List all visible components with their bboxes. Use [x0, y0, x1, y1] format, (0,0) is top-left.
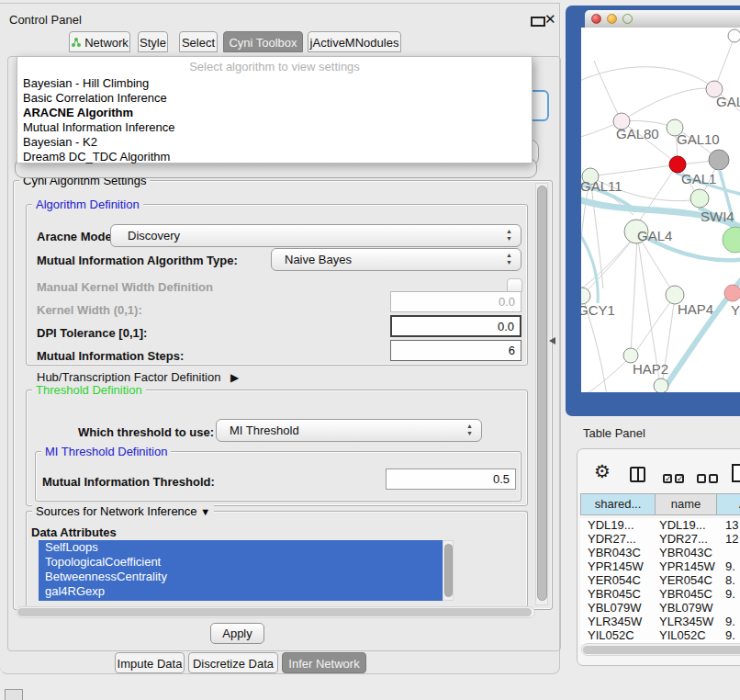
- cell-shared[interactable]: YBR045C: [588, 587, 654, 601]
- table-hscrollbar[interactable]: [581, 643, 740, 656]
- tab-impute-data[interactable]: Impute Data: [115, 652, 185, 673]
- cell-shared[interactable]: YLR345W: [588, 615, 654, 628]
- bottom-tab-bar: Impute Data Discretize Data Infer Networ…: [0, 652, 560, 673]
- network-node-swi4[interactable]: [690, 189, 709, 208]
- cell-name[interactable]: YDL19...: [659, 518, 716, 532]
- cell-name[interactable]: YIL052C: [659, 628, 716, 642]
- mi-steps-field[interactable]: 6: [390, 340, 521, 361]
- cell-value[interactable]: 8.: [725, 573, 740, 587]
- table-panel: ⚙ ✓✓ shared... name A YDL19...YDL19...13…: [577, 448, 740, 666]
- export-table-icon[interactable]: [732, 464, 740, 482]
- column-header-name[interactable]: name: [656, 493, 717, 515]
- kernel-width-field[interactable]: 0.0: [390, 291, 521, 312]
- sources-title-row[interactable]: Sources for Network Inference ▼: [32, 504, 214, 518]
- dropdown-option[interactable]: Dream8 DC_TDC Algorithm: [23, 150, 170, 164]
- column-header-shared-name[interactable]: shared...: [580, 493, 656, 515]
- attribute-item-selected[interactable]: gal4RGexp: [39, 584, 443, 599]
- data-attributes-label: Data Attributes: [31, 525, 117, 539]
- cell-name[interactable]: YLR345W: [659, 615, 716, 628]
- attributes-scrollbar[interactable]: [443, 540, 454, 601]
- tab-network[interactable]: Network: [69, 31, 130, 52]
- cell-name[interactable]: YPR145W: [659, 559, 716, 573]
- cell-value[interactable]: 9.: [725, 628, 740, 642]
- settings-hscrollbar-thumb[interactable]: [17, 608, 532, 616]
- cell-value[interactable]: 9.: [725, 559, 740, 573]
- cell-shared[interactable]: YDL19...: [588, 518, 654, 532]
- network-node-green-large[interactable]: [723, 227, 740, 253]
- window-minimize-icon[interactable]: [607, 14, 617, 24]
- select-all-rows-icon[interactable]: ✓✓: [663, 469, 687, 486]
- cell-shared[interactable]: YIL052C: [588, 628, 654, 642]
- cell-shared[interactable]: YER054C: [588, 573, 654, 587]
- network-node-gray[interactable]: [709, 150, 729, 170]
- cell-value[interactable]: 12: [725, 532, 740, 546]
- cell-shared[interactable]: YPR145W: [588, 559, 654, 573]
- attribute-item-selected[interactable]: TopologicalCoefficient: [39, 555, 443, 570]
- table-hscrollbar-thumb[interactable]: [583, 646, 740, 654]
- network-teal-edges: [581, 171, 740, 392]
- column-header-clipped[interactable]: A: [717, 493, 740, 515]
- settings-scrollbar-thumb[interactable]: [537, 186, 547, 601]
- tab-style[interactable]: Style: [138, 31, 168, 52]
- cell-shared[interactable]: YBR043C: [588, 546, 654, 559]
- table-body[interactable]: YDL19...YDL19...13 YDR27...YDR27...12 YB…: [580, 518, 740, 644]
- float-panel-icon[interactable]: [531, 17, 545, 27]
- network-window-titlebar[interactable]: [585, 10, 740, 28]
- mi-type-combo[interactable]: Naive Bayes ▲▼: [271, 248, 521, 271]
- settings-hscrollbar[interactable]: [16, 606, 535, 618]
- tab-select[interactable]: Select: [179, 31, 218, 52]
- gear-icon[interactable]: ⚙: [594, 462, 611, 480]
- network-canvas[interactable]: GAL7 GAL80 GAL10 GAL1 GAL11 SWI4 GAL4 GC…: [581, 28, 740, 392]
- cell-name[interactable]: YER054C: [659, 573, 716, 587]
- collapse-down-icon[interactable]: ▼: [200, 506, 210, 517]
- aracne-mode-combo[interactable]: Discovery ▲▼: [110, 224, 521, 247]
- mi-threshold-group-title: MI Threshold Definition: [41, 445, 171, 458]
- dropdown-option[interactable]: Bayesian - Hill Climbing: [23, 76, 149, 91]
- dropdown-option[interactable]: Bayesian - K2: [23, 135, 97, 150]
- apply-button[interactable]: Apply: [210, 623, 264, 644]
- cell-value[interactable]: 9.: [725, 615, 740, 628]
- attribute-item-selected[interactable]: SelfLoops: [39, 540, 443, 555]
- screen: Control Panel ✕ Network Style Select Cyn…: [0, 0, 740, 700]
- tab-bar: Network Style Select Cyni Toolbox jActiv…: [0, 31, 560, 52]
- close-panel-icon[interactable]: ✕: [544, 11, 556, 28]
- settings-scrollbar[interactable]: [535, 183, 548, 605]
- which-threshold-combo[interactable]: MI Threshold ▲▼: [216, 419, 482, 442]
- dropdown-option[interactable]: Mutual Information Inference: [23, 120, 174, 135]
- mi-threshold-field[interactable]: 0.5: [386, 469, 516, 490]
- threshold-definition-title: Threshold Definition: [32, 383, 146, 397]
- network-node-pink[interactable]: [724, 285, 740, 301]
- tab-discretize-data[interactable]: Discretize Data: [188, 652, 278, 673]
- window-zoom-icon[interactable]: [622, 14, 633, 24]
- combo-arrows-icon: ▲▼: [506, 252, 512, 266]
- cell-shared[interactable]: YBL079W: [588, 601, 654, 615]
- dropdown-option-aracne[interactable]: ARACNE Algorithm: [23, 106, 133, 120]
- attributes-scrollbar-thumb[interactable]: [444, 544, 453, 597]
- tab-impute-data-label: Impute Data: [118, 657, 183, 671]
- hub-definition-expander[interactable]: Hub/Transcription Factor Definition ▶: [37, 370, 239, 384]
- expand-right-icon[interactable]: ▶: [230, 371, 239, 384]
- cell-name[interactable]: YDR27...: [659, 532, 716, 546]
- cell-value[interactable]: 9.: [725, 587, 740, 601]
- data-attributes-list[interactable]: SelfLoops TopologicalCoefficient Between…: [39, 540, 443, 601]
- cell-value[interactable]: [725, 601, 740, 615]
- attribute-item-selected[interactable]: BetweennessCentrality: [39, 570, 443, 584]
- cell-shared[interactable]: YDR27...: [588, 532, 654, 546]
- cell-value[interactable]: [725, 546, 740, 559]
- cell-name[interactable]: YBR043C: [659, 546, 716, 559]
- dropdown-option[interactable]: Basic Correlation Inference: [23, 91, 167, 106]
- cell-name[interactable]: YBL079W: [659, 601, 716, 615]
- window-close-icon[interactable]: [591, 14, 601, 24]
- cell-name[interactable]: YBR045C: [659, 587, 716, 601]
- network-node[interactable]: [728, 29, 740, 42]
- node-label: GAL1: [681, 171, 716, 186]
- tab-cyni-toolbox[interactable]: Cyni Toolbox: [223, 31, 303, 52]
- network-node[interactable]: [654, 378, 668, 392]
- cell-value[interactable]: 13: [725, 518, 740, 532]
- collapsed-panel-icon[interactable]: [5, 689, 23, 700]
- deselect-all-rows-icon[interactable]: [697, 469, 721, 486]
- split-columns-icon[interactable]: [630, 467, 645, 482]
- tab-jactivemnodules[interactable]: jActiveMNodules: [308, 31, 401, 52]
- dpi-tolerance-field[interactable]: 0.0: [390, 315, 521, 337]
- tab-infer-network[interactable]: Infer Network: [282, 652, 366, 673]
